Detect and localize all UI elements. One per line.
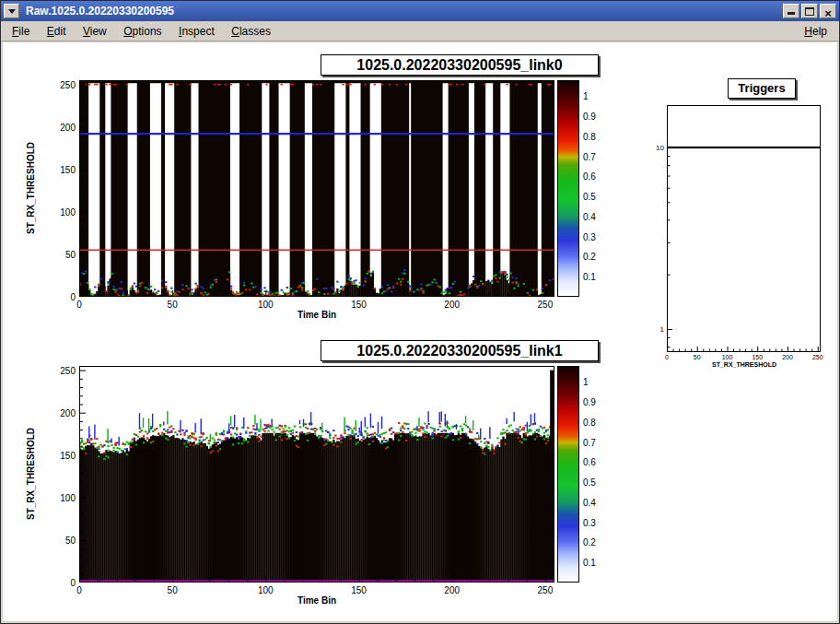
triggers-x-axis-title: ST_RX_THRESHOLD (712, 361, 776, 368)
link0-palette-tick-label: 0.4 (583, 211, 596, 221)
triggers-histogram[interactable] (667, 105, 821, 352)
link1-palette-tick-label: 0.7 (583, 437, 596, 447)
close-button[interactable]: × (820, 4, 836, 18)
link0-palette-tick-label: 0.1 (583, 272, 596, 282)
root-canvas-window: Raw.1025.0.20220330200595 × File Edit Vi… (0, 0, 840, 624)
link1-palette-tick-label: 0.6 (583, 457, 596, 467)
link1-palette-tick-label: 0.8 (583, 417, 596, 427)
link0-palette-tick-label: 0.9 (583, 112, 596, 122)
link1-y-tick-label: 0 (70, 578, 76, 588)
link1-y-tick-label: 100 (60, 492, 76, 502)
triggers-x-tick-label: 150 (752, 354, 763, 360)
menu-edit[interactable]: Edit (41, 21, 73, 41)
link0-x-axis-title: Time Bin (298, 310, 336, 320)
link0-palette-tick-label: 0.2 (583, 252, 596, 262)
link0-palette-tick-label: 0.8 (583, 131, 596, 141)
maximize-button[interactable] (801, 4, 818, 18)
link0-y-tick-label: 0 (70, 292, 76, 302)
link0-histogram[interactable] (79, 80, 554, 297)
triggers-x-tick-label: 200 (782, 354, 793, 360)
link1-x-tick-label: 100 (258, 585, 274, 595)
triggers-x-tick-label: 50 (694, 354, 701, 360)
menu-view[interactable]: View (76, 21, 113, 41)
link1-x-tick-label: 150 (351, 585, 367, 595)
link1-y-tick-label: 250 (60, 365, 76, 375)
link1-title-box[interactable]: 1025.0.20220330200595_link1 (321, 340, 599, 361)
link0-color-palette[interactable] (557, 80, 579, 297)
link0-x-tick-label: 200 (444, 300, 460, 310)
link0-palette-tick-label: 0.7 (583, 151, 596, 161)
menu-options[interactable]: Options (117, 21, 168, 41)
link1-palette-tick-label: 0.9 (583, 397, 596, 407)
minimize-button[interactable] (783, 4, 799, 18)
link1-x-tick-label: 50 (168, 585, 178, 595)
link0-x-tick-label: 150 (351, 300, 367, 310)
link0-palette-tick-label: 0.5 (583, 192, 596, 202)
link0-palette-tick-label: 0.3 (583, 231, 596, 241)
link1-color-palette[interactable] (557, 366, 579, 583)
link1-histogram[interactable] (79, 366, 554, 583)
menu-classes[interactable]: Classes (225, 21, 277, 41)
menu-file[interactable]: File (6, 21, 36, 41)
link0-y-tick-label: 50 (65, 249, 76, 259)
link1-palette-tick-label: 1 (583, 377, 589, 387)
link1-palette-tick-label: 0.2 (583, 537, 596, 547)
link0-palette-tick-label: 0.6 (583, 171, 596, 182)
link1-y-tick-label: 50 (65, 535, 76, 545)
canvas-client-area: 1025.0.20220330200595_link0 ST_RX_THRESH… (3, 42, 837, 621)
link1-x-axis-title: Time Bin (298, 595, 336, 606)
link0-x-tick-label: 250 (538, 300, 554, 310)
link0-title-box[interactable]: 1025.0.20220330200595_link0 (321, 54, 599, 76)
window-title: Raw.1025.0.20220330200595 (26, 1, 174, 21)
link1-y-axis-title: ST_RX_THRESHOLD (26, 428, 36, 520)
triggers-x-tick-label: 100 (722, 354, 733, 360)
link0-y-tick-label: 150 (60, 164, 76, 174)
link1-palette-tick-label: 0.4 (583, 497, 596, 507)
triggers-y-tick-label: 1 (660, 325, 664, 334)
link0-y-tick-label: 250 (60, 79, 76, 89)
link1-palette-tick-label: 0.1 (583, 558, 596, 568)
link0-x-tick-label: 50 (168, 300, 178, 310)
link0-x-tick-label: 0 (76, 300, 82, 310)
link0-x-tick-label: 100 (258, 300, 274, 310)
link1-x-tick-label: 0 (76, 585, 82, 595)
menu-bar: File Edit View Options Inspect Classes H… (1, 21, 839, 41)
link0-y-axis-title: ST_RX_THRESHOLD (26, 142, 36, 234)
link0-y-tick-label: 200 (60, 122, 76, 132)
triggers-y-tick-label: 10 (656, 144, 664, 152)
link1-palette-tick-label: 0.5 (583, 477, 596, 488)
close-icon: × (824, 6, 832, 20)
menu-inspect[interactable]: Inspect (172, 21, 221, 41)
menu-help[interactable]: Help (798, 21, 834, 41)
minimize-icon (788, 12, 795, 15)
window-titlebar[interactable]: Raw.1025.0.20220330200595 × (1, 1, 839, 21)
maximize-icon (805, 7, 814, 16)
triggers-x-tick-label: 250 (812, 354, 823, 360)
link0-y-tick-label: 100 (60, 206, 76, 217)
link1-x-tick-label: 200 (444, 585, 460, 595)
window-menu-icon[interactable] (4, 4, 19, 18)
link0-palette-tick-label: 1 (583, 91, 589, 101)
window-controls: × (783, 4, 836, 18)
link1-x-tick-label: 250 (538, 585, 554, 595)
triggers-title-box[interactable]: Triggers (728, 78, 796, 99)
link1-palette-tick-label: 0.3 (583, 517, 596, 527)
chevron-down-icon (8, 9, 16, 14)
link1-y-tick-label: 150 (60, 450, 76, 460)
link1-y-tick-label: 200 (60, 407, 76, 418)
triggers-x-tick-label: 0 (665, 354, 669, 360)
